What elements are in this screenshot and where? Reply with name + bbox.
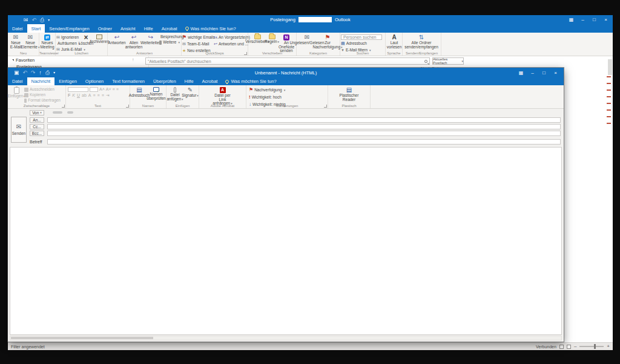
to-button[interactable]: An... bbox=[30, 117, 44, 123]
find-people-box[interactable]: Personen suchen bbox=[341, 34, 382, 40]
close-icon[interactable]: × bbox=[600, 15, 612, 24]
tab-senden-empfangen[interactable]: Senden/Empfangen bbox=[45, 24, 93, 33]
grow-font-icon[interactable]: A˄ bbox=[99, 87, 105, 92]
previous-item-icon[interactable]: ↑ bbox=[39, 70, 42, 76]
tab-text-formatieren[interactable]: Text formatieren bbox=[108, 77, 149, 85]
tab-hilfe[interactable]: Hilfe bbox=[180, 77, 198, 85]
rules-button[interactable]: Regeln bbox=[266, 34, 278, 45]
meeting-button[interactable]: Besprechung bbox=[159, 34, 180, 39]
tab-acrobat[interactable]: Acrobat bbox=[157, 24, 182, 33]
underline-button[interactable]: U bbox=[77, 93, 80, 98]
tags-dialog-launcher-icon[interactable] bbox=[324, 105, 327, 108]
zoom-in-icon[interactable]: + bbox=[607, 344, 610, 349]
align-left-icon[interactable]: ≡ bbox=[93, 93, 95, 98]
new-meeting-button[interactable]: ⇄ Neues Meeting bbox=[40, 34, 54, 50]
paste-button[interactable]: Einfügen bbox=[8, 86, 24, 99]
bold-button[interactable]: F bbox=[68, 93, 70, 98]
send-receive-all-button[interactable]: Alle Ordner senden/empfangen bbox=[403, 34, 440, 50]
horizontal-scrollbar[interactable] bbox=[10, 336, 562, 340]
list-scrollbar[interactable] bbox=[608, 59, 612, 75]
tab-hilfe[interactable]: Hilfe bbox=[140, 24, 157, 33]
number-list-icon[interactable]: ≡ bbox=[116, 87, 119, 92]
layout-view-icon[interactable] bbox=[567, 345, 571, 349]
tell-me-assistant[interactable]: Was möchten Sie tun? bbox=[222, 77, 280, 85]
addressbook-button[interactable]: Adressbuch bbox=[341, 41, 383, 47]
tab-ueberpruefen[interactable]: Überprüfen bbox=[149, 77, 180, 85]
minimize-icon[interactable]: – bbox=[527, 68, 538, 77]
addressbook-button[interactable]: Adressbuch bbox=[131, 86, 148, 99]
save-icon[interactable]: ▣ bbox=[14, 70, 19, 76]
quickstep-item[interactable]: Team-E-Mail bbox=[182, 41, 214, 47]
subject-input[interactable] bbox=[47, 139, 561, 145]
align-center-icon[interactable]: ≡ bbox=[97, 93, 100, 98]
bcc-input[interactable] bbox=[47, 131, 561, 136]
text-dialog-launcher-icon[interactable] bbox=[126, 105, 129, 108]
move-button[interactable]: Verschieben bbox=[249, 34, 266, 45]
tab-acrobat[interactable]: Acrobat bbox=[198, 77, 222, 85]
search-scope-dropdown[interactable]: Aktuelles Postfach▾ bbox=[432, 57, 464, 65]
send-receive-icon[interactable]: ✉ bbox=[24, 17, 28, 23]
to-input[interactable] bbox=[47, 117, 561, 123]
zoom-out-icon[interactable]: – bbox=[574, 344, 576, 349]
undo-icon[interactable]: ↶ bbox=[23, 70, 28, 76]
quickstep-item[interactable]: wichtige Emails... bbox=[182, 34, 214, 41]
font-name-select[interactable] bbox=[68, 87, 88, 92]
redo-icon[interactable]: ↷ bbox=[31, 70, 36, 76]
zoom-slider-thumb[interactable] bbox=[594, 344, 596, 349]
font-color-icon[interactable]: A bbox=[88, 93, 91, 98]
copy-button[interactable]: Kopieren bbox=[24, 93, 61, 97]
new-items-button[interactable]: Neue Elemente bbox=[23, 34, 38, 50]
pin-icon[interactable]: ↑ bbox=[132, 57, 134, 62]
customize-qat-icon[interactable]: ▾ bbox=[48, 17, 50, 23]
more-respond-button[interactable]: Weitere bbox=[159, 40, 180, 45]
print-icon[interactable]: ⎙ bbox=[45, 70, 50, 76]
cut-button[interactable]: Ausschneiden bbox=[24, 87, 61, 92]
tab-ansicht[interactable]: Ansicht bbox=[116, 24, 140, 33]
cc-button[interactable]: Cc... bbox=[30, 124, 44, 129]
print-icon[interactable]: ⎙ bbox=[40, 17, 44, 23]
read-aloud-button[interactable]: Laut vorlesen bbox=[386, 34, 402, 50]
align-right-icon[interactable]: ≡ bbox=[102, 93, 104, 98]
tab-nachricht[interactable]: Nachricht bbox=[27, 77, 55, 85]
attach-via-link-button[interactable]: A Datei per Link anhängen bbox=[211, 86, 235, 106]
font-size-select[interactable] bbox=[90, 87, 98, 92]
tab-datei[interactable]: Datei bbox=[8, 24, 27, 33]
favorites-header[interactable]: Favoriten bbox=[12, 57, 35, 63]
bullet-list-icon[interactable]: ≡ bbox=[113, 87, 115, 92]
forward-button[interactable]: Weiterleiten bbox=[142, 34, 159, 46]
indent-icon[interactable]: ⇥ bbox=[106, 93, 110, 98]
cleanup-button[interactable]: Aufräumen bbox=[56, 41, 79, 46]
tab-einfuegen[interactable]: Einfügen bbox=[54, 77, 81, 85]
ribbon-display-options-icon[interactable]: ▦ bbox=[566, 15, 577, 24]
search-input[interactable]: "Aktuelles Postfach" durchsuchen bbox=[145, 57, 430, 65]
shrink-font-icon[interactable]: A˅ bbox=[106, 87, 111, 92]
check-names-button[interactable]: Namen überprüfen bbox=[148, 86, 165, 101]
tell-me-assistant[interactable]: Was möchten Sie tun? bbox=[182, 24, 240, 33]
immersive-reader-button[interactable]: Plastischer Reader bbox=[339, 86, 360, 102]
zoom-slider[interactable] bbox=[579, 346, 604, 347]
ignore-button[interactable]: Ignorieren bbox=[56, 34, 79, 41]
reply-button[interactable]: Antworten bbox=[108, 34, 125, 46]
quicksteps-dialog-launcher-icon[interactable] bbox=[244, 52, 247, 55]
from-button[interactable]: Von▾ bbox=[30, 110, 44, 115]
tab-ordner[interactable]: Ordner bbox=[94, 24, 116, 33]
undo-icon[interactable]: ↶ bbox=[32, 17, 37, 23]
archive-button[interactable]: Archivieren bbox=[93, 34, 106, 45]
bcc-button[interactable]: Bcc... bbox=[30, 131, 44, 136]
italic-button[interactable]: K bbox=[72, 93, 75, 98]
clipboard-dialog-launcher-icon[interactable] bbox=[62, 105, 65, 108]
cc-input[interactable] bbox=[47, 124, 561, 129]
quickstep-item[interactable]: An Vorgesetzte(n) bbox=[214, 34, 246, 41]
format-painter-button[interactable]: Format übertragen bbox=[24, 98, 61, 103]
maximize-icon[interactable]: □ bbox=[538, 68, 550, 77]
close-icon[interactable]: × bbox=[550, 68, 561, 77]
followup-button[interactable]: Zur Nachverfolgung bbox=[317, 34, 338, 50]
quickstep-item[interactable]: Antworten und ... bbox=[214, 41, 246, 47]
customize-qat-icon[interactable]: ▾ bbox=[53, 70, 55, 76]
scrollbar-thumb[interactable] bbox=[11, 337, 153, 339]
followup-button[interactable]: Nachverfolgung bbox=[249, 87, 322, 93]
message-body-editor[interactable] bbox=[10, 147, 562, 335]
signature-button[interactable]: Signatur bbox=[183, 86, 197, 99]
maximize-icon[interactable]: □ bbox=[589, 15, 600, 24]
ribbon-display-options-icon[interactable]: ▦ bbox=[515, 68, 527, 77]
